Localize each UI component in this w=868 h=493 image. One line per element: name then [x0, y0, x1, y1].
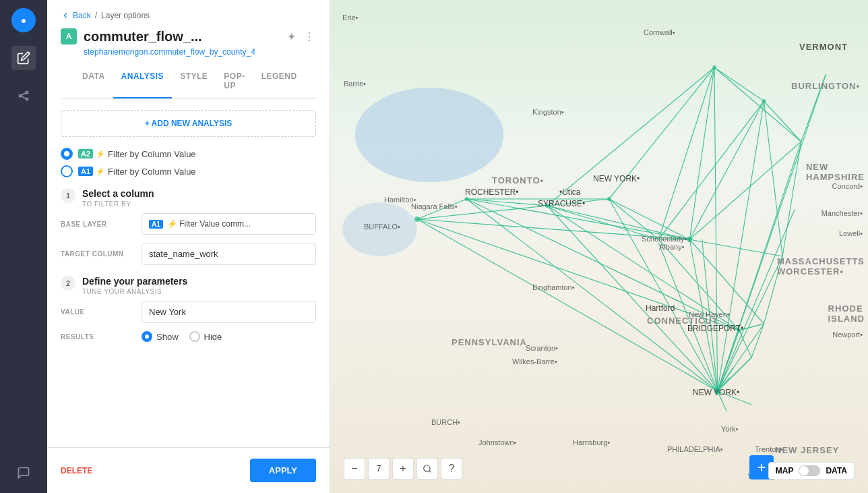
layer-actions: ✦ ⋮: [286, 29, 316, 45]
a2-radio-inner: [64, 151, 69, 156]
map-area: Cornwall• Barrie• Kingston• VERMONT BURL…: [330, 0, 868, 493]
hide-radio-label[interactable]: Hide: [189, 331, 222, 342]
a1-radio[interactable]: [61, 165, 73, 177]
target-column-row: TARGET COLUMN: [61, 243, 316, 265]
nav-connections-icon[interactable]: [11, 84, 36, 108]
tab-popup[interactable]: POP-UP: [216, 65, 253, 98]
value-input[interactable]: [142, 301, 316, 323]
svg-point-73: [712, 65, 716, 69]
add-analysis-button[interactable]: + ADD NEW ANALYSIS: [61, 110, 316, 137]
layer-title: commuter_flow_...: [84, 29, 279, 45]
target-column-label: TARGET COLUMN: [61, 250, 135, 258]
section-1-number: 1: [61, 188, 75, 203]
layer-title-row: A commuter_flow_... ✦ ⋮: [61, 28, 316, 45]
map-data-toggle: MAP DATA: [768, 462, 855, 480]
section-1-subtitle: TO FILTER BY: [82, 200, 154, 208]
a2-lightning: ⚡: [96, 150, 105, 158]
nav-logo[interactable]: ●: [11, 8, 36, 32]
tab-style[interactable]: STYLE: [172, 65, 216, 98]
data-label: DATA: [826, 466, 847, 475]
map-svg: [330, 0, 868, 493]
svg-point-2: [26, 98, 28, 100]
analysis-node-a2[interactable]: A2 ⚡ Filter by Column Value: [61, 148, 316, 160]
section-2-subtitle: TUNE YOUR ANALYSIS: [82, 288, 187, 295]
tab-bar: DATA ANALYSIS STYLE POP-UP LEGEND: [61, 65, 316, 99]
target-column-input[interactable]: [142, 243, 316, 265]
section-2: 2 Define your parameters TUNE YOUR ANALY…: [61, 276, 316, 342]
help-button[interactable]: ?: [441, 458, 462, 480]
a2-radio[interactable]: [61, 148, 73, 160]
results-label: RESULTS: [61, 333, 135, 341]
toggle-switch[interactable]: [799, 465, 820, 476]
svg-point-68: [414, 216, 419, 222]
layer-subtitle: stephaniemongon.commuter_flow_by_county_…: [84, 47, 316, 57]
nav-sidebar: ●: [0, 0, 47, 493]
breadcrumb: Back / Layer options: [61, 11, 316, 20]
zoom-in-button[interactable]: +: [392, 458, 414, 480]
a1-badge: A1: [78, 167, 93, 176]
svg-rect-7: [330, 0, 868, 493]
results-radio-group: Show Hide: [142, 331, 222, 342]
layer-badge: A: [61, 28, 77, 45]
svg-point-70: [545, 204, 549, 208]
value-label: VALUE: [61, 308, 135, 316]
map-controls: − 7 + ?: [344, 458, 462, 480]
search-button[interactable]: [416, 458, 438, 480]
panel-content: + ADD NEW ANALYSIS A2 ⚡ Filter by Column…: [47, 99, 330, 447]
zoom-level: 7: [368, 458, 390, 480]
delete-button[interactable]: DELETE: [61, 466, 92, 475]
svg-point-72: [737, 328, 741, 332]
svg-point-74: [762, 99, 766, 103]
tab-data[interactable]: DATA: [74, 65, 113, 98]
a2-badge: A2: [78, 149, 93, 158]
nav-pencil-icon[interactable]: [11, 46, 36, 70]
a1-label: A1 ⚡ Filter by Column Value: [78, 167, 196, 177]
a2-label: A2 ⚡ Filter by Column Value: [78, 149, 196, 159]
svg-point-75: [424, 465, 430, 471]
section-2-title: Define your parameters: [82, 276, 187, 287]
more-options-button[interactable]: ⋮: [303, 29, 316, 45]
svg-point-67: [687, 237, 692, 242]
a1-lightning: ⚡: [96, 167, 105, 176]
base-layer-label: BASE LAYER: [61, 221, 135, 228]
sparkle-button[interactable]: ✦: [286, 29, 297, 45]
svg-point-66: [714, 388, 720, 395]
svg-point-71: [607, 197, 611, 201]
layer-options-panel: Back / Layer options A commuter_flow_...…: [47, 0, 330, 493]
section-2-number: 2: [61, 276, 75, 291]
base-layer-control[interactable]: A1 ⚡ Filter Value comm...: [142, 213, 316, 235]
base-a1-badge: A1: [149, 220, 163, 229]
section-1-title: Select a column: [82, 188, 154, 199]
svg-line-4: [22, 96, 26, 98]
panel-footer: DELETE APPLY: [47, 447, 330, 493]
section-1: 1 Select a column TO FILTER BY BASE LAYE…: [61, 188, 316, 265]
show-radio-label[interactable]: Show: [142, 331, 179, 342]
analysis-node-a1[interactable]: A1 ⚡ Filter by Column Value: [61, 165, 316, 177]
tab-analysis[interactable]: ANALYSIS: [113, 65, 173, 98]
panel-header: Back / Layer options A commuter_flow_...…: [47, 0, 330, 99]
base-layer-row: BASE LAYER A1 ⚡ Filter Value comm...: [61, 213, 316, 235]
apply-button[interactable]: APPLY: [250, 459, 316, 482]
show-radio-circle[interactable]: [142, 331, 152, 342]
svg-point-69: [465, 197, 469, 201]
tab-legend[interactable]: LEGEND: [253, 65, 305, 98]
results-row: RESULTS Show Hide: [61, 331, 316, 342]
show-radio-dot: [145, 335, 149, 339]
back-button[interactable]: Back: [61, 11, 91, 20]
svg-point-1: [26, 91, 28, 93]
svg-line-3: [22, 93, 26, 95]
section-1-header: 1 Select a column TO FILTER BY: [61, 188, 316, 208]
map-label: MAP: [776, 466, 794, 475]
svg-point-0: [19, 94, 21, 96]
nav-chat-icon[interactable]: [11, 461, 36, 485]
svg-line-76: [429, 471, 431, 473]
toggle-knob: [799, 466, 809, 475]
section-2-header: 2 Define your parameters TUNE YOUR ANALY…: [61, 276, 316, 295]
zoom-out-button[interactable]: −: [344, 458, 365, 480]
value-row: VALUE: [61, 301, 316, 323]
hide-radio-circle[interactable]: [189, 331, 200, 342]
